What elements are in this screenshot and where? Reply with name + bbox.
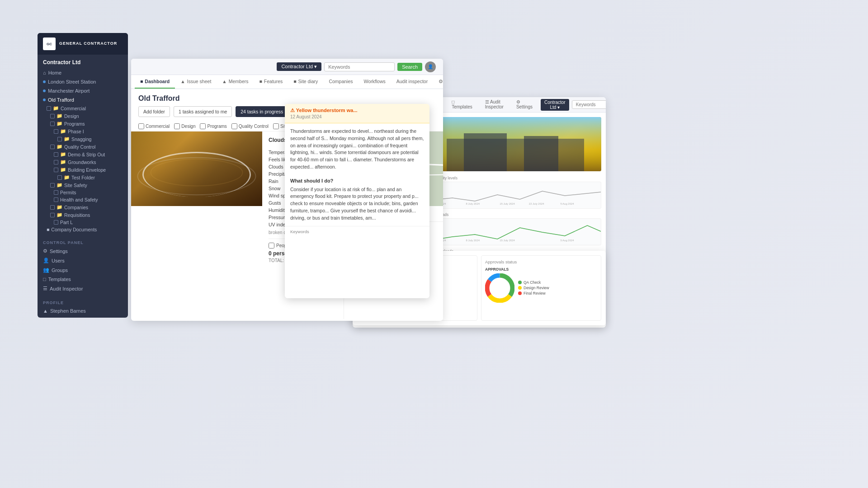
filter-quality[interactable]: Quality Control	[231, 123, 269, 129]
tree-item-health-safety[interactable]: Health and Safety	[38, 196, 128, 203]
tree-item-groundworks[interactable]: 📁 Groundworks	[38, 158, 128, 166]
svg-text:22 July 2024: 22 July 2024	[529, 202, 544, 205]
people-checkbox[interactable]	[269, 243, 274, 249]
right-tab-settings[interactable]: ⚙ Settings	[511, 97, 538, 113]
tree-item-part-l[interactable]: Part L	[38, 219, 128, 226]
tree-item-building-envelope[interactable]: 📁 Building Envelope	[38, 166, 128, 174]
checkbox[interactable]	[50, 205, 55, 210]
filter-checkbox[interactable]	[273, 123, 279, 129]
checkbox[interactable]	[54, 152, 58, 157]
filter-checkbox[interactable]	[138, 123, 144, 129]
tree-item-snagging[interactable]: 📁 Snagging	[38, 135, 128, 143]
checkbox[interactable]	[47, 106, 51, 111]
site-dot	[43, 99, 46, 101]
tree-item-company-docs[interactable]: ■ Company Documents	[38, 226, 128, 233]
add-folder-btn[interactable]: Add folder	[138, 106, 170, 117]
search-button[interactable]: Search	[397, 63, 422, 71]
tab-workflows[interactable]: Workflows	[359, 75, 391, 89]
tree-item-companies[interactable]: 📁 Companies	[38, 203, 128, 211]
sidebar-stephen[interactable]: ▲ Stephen Barnes	[38, 306, 128, 315]
right-topbar-company-btn[interactable]: Contractor Ltd ▾	[541, 99, 569, 111]
uploads-chart: 1 July 2024 8 July 2024 15 July 2024 5 A…	[429, 218, 601, 245]
folder-icon: 📁	[57, 121, 62, 127]
alert-title: ⚠ Yellow thunderstorm wa...	[290, 108, 424, 113]
checkbox[interactable]	[54, 197, 58, 202]
checkbox[interactable]	[50, 114, 55, 118]
tab-companies[interactable]: Companies	[323, 75, 358, 89]
checkbox[interactable]	[54, 190, 58, 195]
tree-item-demo[interactable]: 📁 Demo & Strip Out	[38, 150, 128, 158]
tree-item-programs[interactable]: 📁 Programs	[38, 120, 128, 127]
sidebar-tech-specs[interactable]: ■ Technical Specifications	[38, 315, 128, 318]
tab-dashboard[interactable]: ■ Dashboard	[135, 75, 175, 89]
warning-icon: ⚠	[290, 108, 296, 113]
filter-checkbox[interactable]	[174, 123, 180, 129]
sidebar-item-manchester[interactable]: Manchester Airport	[38, 86, 128, 95]
tree-item-design[interactable]: 📁 Design	[38, 112, 128, 120]
filter-commercial[interactable]: Commercial	[138, 123, 170, 129]
checkbox[interactable]	[57, 175, 62, 180]
approvals-content: QA Check Design Review Final Review	[485, 273, 597, 303]
tasks-progress-btn[interactable]: 24 tasks in progress	[236, 106, 288, 117]
sidebar-settings[interactable]: ⚙ Settings	[38, 246, 128, 256]
sidebar-audit-inspector[interactable]: ☰ Audit Inspector	[38, 284, 128, 293]
search-input[interactable]	[324, 62, 395, 71]
right-tab-audit[interactable]: ☰ Audit Inspector	[480, 97, 509, 113]
tech-icon: ■	[43, 317, 46, 318]
right-search-input[interactable]	[572, 100, 606, 109]
main-sidebar: GC GENERAL CONTRACTOR Contractor Ltd ⌂ H…	[38, 33, 128, 318]
checkbox[interactable]	[57, 137, 62, 141]
tab-site-diary[interactable]: ■ Site diary	[288, 75, 323, 89]
folder-icon: 📁	[60, 128, 66, 134]
activity-chart-section: Activity levels 1 July 2024 8 July 2024 …	[429, 176, 601, 209]
checkbox[interactable]	[50, 183, 55, 188]
folder-icon: ■	[47, 227, 49, 232]
tree-item-requisitions[interactable]: 📁 Requisitions	[38, 211, 128, 219]
checkbox[interactable]	[50, 145, 55, 149]
tab-issue-sheet[interactable]: ▲ Issue sheet	[175, 75, 217, 89]
final-review-app-legend: Final Review	[518, 291, 597, 296]
tab-features[interactable]: ■ Features	[254, 75, 288, 89]
sidebar-company-name: Contractor Ltd	[38, 55, 128, 68]
stadium-svg	[131, 131, 262, 206]
filter-design[interactable]: Design	[174, 123, 195, 129]
topbar-company-btn[interactable]: Contractor Ltd ▾	[277, 62, 321, 71]
sidebar-item-old-trafford[interactable]: Old Trafford	[38, 95, 128, 104]
tree-item-quality[interactable]: 📁 Quality Control	[38, 143, 128, 150]
tab-members[interactable]: ▲ Members	[217, 75, 254, 89]
checkbox[interactable]	[54, 220, 58, 225]
tree-item-test-folder[interactable]: 📁 Test Folder	[38, 174, 128, 181]
checkbox[interactable]	[54, 160, 58, 164]
svg-text:5 Aug 2024: 5 Aug 2024	[560, 239, 574, 242]
filter-programs[interactable]: Programs	[200, 123, 226, 129]
logo-text: GENERAL CONTRACTOR	[59, 41, 117, 47]
tab-audit-inspector[interactable]: Audit inspector	[391, 75, 433, 89]
sidebar-users[interactable]: 👤 Users	[38, 256, 128, 265]
site-dot	[43, 80, 46, 83]
checkbox[interactable]	[50, 213, 55, 217]
tree-item-permits[interactable]: Permits	[38, 189, 128, 196]
tab-settings[interactable]: ⚙ Settings	[433, 75, 443, 89]
alert-lower-body: Consider if your location is at risk of …	[285, 184, 429, 226]
right-tab-templates[interactable]: □ Templates	[446, 97, 478, 113]
folder-icon: 📁	[57, 204, 62, 210]
checkbox[interactable]	[54, 168, 58, 172]
sidebar-item-london[interactable]: London Street Station	[38, 77, 128, 86]
tree-item-site-safety[interactable]: 📁 Site Safety	[38, 181, 128, 189]
checkbox[interactable]	[50, 122, 55, 126]
filter-checkbox[interactable]	[231, 123, 237, 129]
settings-icon: ⚙	[43, 248, 47, 254]
folder-icon: 📁	[60, 167, 66, 173]
checkbox[interactable]	[54, 129, 58, 134]
person-icon: ▲	[43, 308, 48, 314]
tree-item-phase1[interactable]: 📁 Phase I	[38, 127, 128, 135]
tree-item-commercial[interactable]: 📁 Commercial	[38, 104, 128, 112]
sidebar-templates[interactable]: □ Templates	[38, 275, 128, 284]
filter-checkbox[interactable]	[200, 123, 206, 129]
folder-icon: 📁	[64, 136, 70, 142]
folder-icon: 📁	[57, 182, 62, 188]
tasks-assigned-btn[interactable]: 1 tasks assigned to me	[174, 106, 232, 117]
sidebar-groups[interactable]: 👥 Groups	[38, 265, 128, 275]
sidebar-item-home[interactable]: ⌂ Home	[38, 68, 128, 77]
templates-icon: □	[43, 277, 46, 282]
